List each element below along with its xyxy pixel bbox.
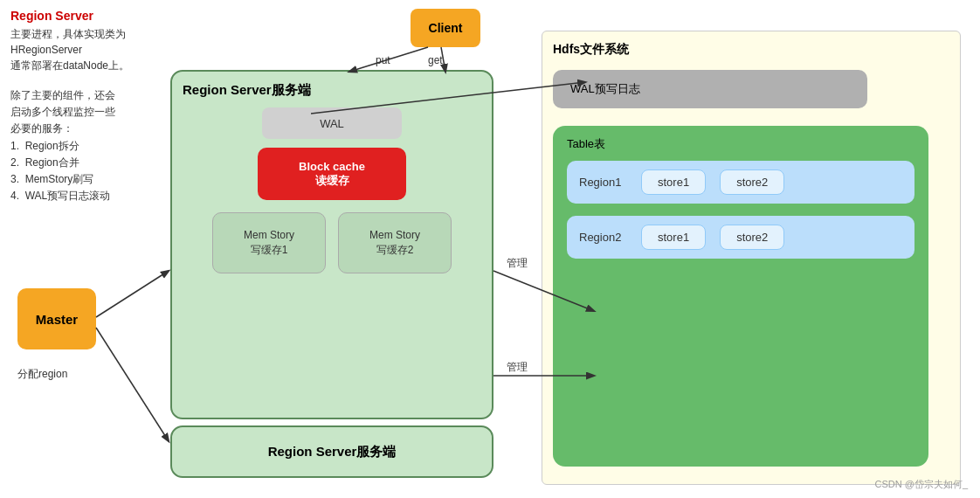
- client-box: Client: [411, 9, 480, 47]
- mem-story1-label1: Mem Story: [244, 228, 294, 243]
- store1-region1: store1: [641, 169, 706, 195]
- get-label: get: [428, 54, 443, 66]
- region-row-2: Region2 store1 store2: [567, 216, 914, 259]
- wal-box: WAL: [262, 107, 402, 139]
- master-box: Master: [17, 288, 96, 349]
- region-row-1: Region1 store1 store2: [567, 161, 914, 204]
- subtitle-text: 主要进程，具体实现类为HRegionServer通常部署在dataNode上。: [10, 26, 155, 73]
- description-text: 除了主要的组件，还会 启动多个线程监控一些 必要的服务： 1. Region拆分…: [10, 87, 155, 204]
- client-label: Client: [429, 21, 463, 35]
- mem-story2-label1: Mem Story: [369, 228, 420, 243]
- block-cache-box: Block cache 读缓存: [258, 148, 406, 200]
- wal-log-box: WAL预写日志: [553, 70, 867, 108]
- table-box: Table表 Region1 store1 store2 Region2 sto…: [553, 126, 928, 467]
- table-label: Table表: [567, 136, 914, 152]
- rs-bottom-title: Region Server服务端: [268, 444, 397, 460]
- hdfs-panel: Hdfs文件系统 WAL预写日志 Table表 Region1 store1 s…: [542, 31, 961, 485]
- hdfs-title: Hdfs文件系统: [553, 42, 949, 58]
- svg-text:管理: 管理: [507, 361, 528, 373]
- svg-line-5: [96, 271, 169, 317]
- rs-main-title: Region Server服务端: [183, 82, 481, 99]
- mem-story-box-1: Mem Story 写缓存1: [212, 212, 326, 273]
- alloc-text: 分配region: [17, 367, 67, 382]
- watermark: CSDN @岱宗夫如何_: [874, 478, 968, 491]
- store1-region2: store1: [641, 225, 706, 250]
- region1-label: Region1: [579, 176, 627, 189]
- master-label: Master: [36, 312, 78, 327]
- region-server-title: Region Server: [10, 9, 155, 23]
- wal-log-label: WAL预写日志: [570, 81, 640, 97]
- store2-region1: store2: [720, 169, 784, 195]
- svg-line-6: [96, 328, 169, 441]
- block-cache-line2: 读缓存: [315, 173, 349, 189]
- region2-label: Region2: [579, 231, 627, 244]
- block-cache-line1: Block cache: [299, 160, 365, 173]
- put-label: put: [376, 54, 390, 66]
- mem-story-box-2: Mem Story 写缓存2: [338, 212, 452, 273]
- svg-text:管理: 管理: [507, 257, 528, 269]
- mem-story2-label2: 写缓存2: [376, 243, 414, 258]
- mem-story1-label2: 写缓存1: [251, 243, 288, 258]
- store2-region2: store2: [720, 225, 784, 250]
- region-server-main: Region Server服务端 WAL Block cache 读缓存 Mem…: [170, 70, 493, 419]
- left-panel: Region Server 主要进程，具体实现类为HRegionServer通常…: [0, 0, 166, 213]
- region-server-bottom: Region Server服务端: [170, 425, 493, 478]
- mem-story-row: Mem Story 写缓存1 Mem Story 写缓存2: [183, 212, 481, 273]
